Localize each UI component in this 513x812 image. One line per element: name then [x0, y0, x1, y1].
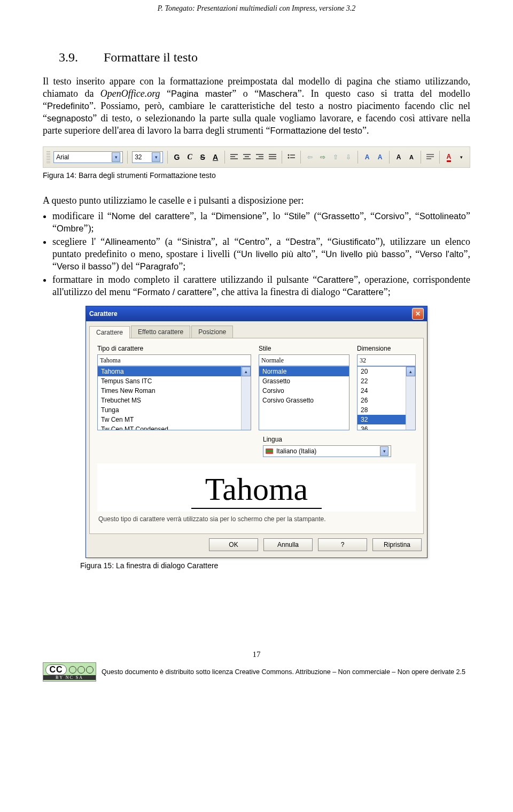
cancel-button[interactable]: Annulla — [263, 538, 313, 551]
toolbar-grip[interactable] — [46, 151, 50, 163]
align-left-icon[interactable] — [229, 152, 239, 163]
underline-button[interactable]: A — [211, 152, 220, 163]
term: Destra — [290, 237, 316, 246]
paragraph-icon[interactable] — [425, 152, 435, 163]
separator — [389, 151, 390, 164]
close-icon[interactable]: ✕ — [412, 308, 424, 320]
footer-text: Questo documento è distribuito sotto lic… — [102, 668, 465, 676]
list-item[interactable]: Tunga — [98, 405, 251, 415]
dropdown-arrow-icon[interactable]: ▾ — [112, 152, 120, 162]
intro-2: A questo punto utilizziamo le caselle e … — [43, 195, 470, 207]
list-item[interactable]: Tahoma — [98, 367, 251, 376]
list-item[interactable]: Times New Roman — [98, 386, 251, 396]
align-center-icon[interactable] — [242, 152, 252, 163]
text: modificare il “ — [52, 211, 112, 221]
font-type-label: Tipo di carattere — [97, 345, 251, 352]
dialog-buttons: OK Annulla ? Ripristina — [86, 534, 427, 558]
page-number: 17 — [43, 650, 470, 659]
bullet-list-icon[interactable] — [286, 152, 296, 163]
font-type-input[interactable] — [97, 354, 251, 366]
tab-effetto[interactable]: Effetto carattere — [131, 326, 190, 338]
list-item[interactable]: Trebuchet MS — [98, 396, 251, 405]
character-icon-alt[interactable]: A — [375, 152, 385, 163]
dropdown-arrow-icon[interactable]: ▾ — [152, 152, 160, 162]
help-button[interactable]: ? — [318, 538, 367, 551]
term: Carattere — [317, 275, 354, 284]
font-name-combo[interactable]: Arial ▾ — [53, 151, 123, 163]
text: formattare in modo completo il carattere… — [52, 274, 317, 285]
preview-text: Tahoma — [191, 471, 322, 509]
text: ”); — [83, 223, 94, 234]
text: ”, “ — [311, 249, 325, 259]
term: Verso il basso — [57, 261, 112, 271]
dialog-titlebar[interactable]: Carattere ✕ — [86, 306, 427, 321]
ok-button[interactable]: OK — [209, 538, 258, 551]
reset-button[interactable]: Ripristina — [372, 538, 422, 551]
font-color-icon[interactable]: A — [444, 152, 454, 163]
font-type-list[interactable]: Tahoma Tempus Sans ITC Times New Roman T… — [97, 366, 251, 430]
promote-left-icon[interactable]: ⇦ — [305, 152, 315, 163]
list-item: modificare il “Nome del carattere”, la “… — [52, 210, 470, 235]
move-up-icon[interactable]: ⇧ — [331, 152, 340, 163]
term: segnaposto — [47, 113, 92, 123]
page-header: P. Tonegato: Presentazioni multimediali … — [43, 0, 470, 13]
italic-button[interactable]: C — [185, 152, 195, 163]
text: ”, “ — [405, 211, 419, 221]
tab-posizione[interactable]: Posizione — [191, 326, 233, 338]
term: Maschera — [259, 89, 297, 98]
font-style-list[interactable]: Normale Grassetto Corsivo Corsivo Grasse… — [259, 366, 349, 430]
font-size-list[interactable]: 20 22 24 26 28 32 36 ▴ — [357, 366, 416, 430]
term: Ombre — [57, 223, 83, 233]
list-item: scegliere l' “Allineamento” (a “Sinistra… — [52, 236, 470, 273]
list-item[interactable]: Normale — [259, 367, 349, 376]
term: Dimensione — [215, 211, 262, 221]
term: Un livello più alto — [241, 249, 311, 259]
list-item[interactable]: Grassetto — [259, 376, 349, 386]
term: Formattazione del testo — [270, 126, 362, 135]
term: Allineamento — [105, 237, 156, 246]
text: ”, “ — [316, 236, 332, 247]
list-item[interactable]: Tw Cen MT — [98, 415, 251, 424]
font-style-input[interactable] — [259, 354, 349, 366]
list-item[interactable]: Tw Cen MT Condensed — [98, 424, 251, 430]
list-item[interactable]: Tempus Sans ITC — [98, 376, 251, 386]
scrollbar[interactable]: ▴ — [241, 367, 251, 430]
dialog-title: Carattere — [89, 310, 118, 318]
move-down-icon[interactable]: ⇩ — [344, 152, 353, 163]
scrollbar[interactable]: ▴ — [406, 367, 415, 430]
cc-license-badge: CC BY NC SA — [43, 662, 96, 682]
shrink-font-icon[interactable]: A — [407, 152, 416, 163]
dropdown-arrow-icon[interactable]: ▾ — [457, 152, 467, 163]
demote-right-icon[interactable]: ⇨ — [318, 152, 328, 163]
text-formatting-toolbar: Arial ▾ 32 ▾ G C S A ⇦ ⇨ ⇧ ⇩ A A A A A — [43, 146, 470, 168]
font-size-combo[interactable]: 32 ▾ — [132, 151, 163, 163]
term: Carattere — [347, 287, 384, 297]
list-item[interactable]: Corsivo — [259, 386, 349, 396]
cc-codes: BY NC SA — [43, 675, 96, 680]
spellcheck-icon — [266, 448, 273, 454]
align-justify-icon[interactable] — [268, 152, 277, 163]
character-icon[interactable]: A — [362, 152, 372, 163]
tab-carattere[interactable]: Carattere — [89, 326, 130, 338]
term: Un livello più basso — [325, 249, 405, 259]
term: Pagina master — [171, 89, 232, 98]
list-item[interactable]: Corsivo Grassetto — [259, 396, 349, 405]
page-footer: CC BY NC SA Questo documento è distribui… — [43, 662, 470, 690]
font-name-value: Arial — [56, 153, 110, 161]
font-size-input[interactable] — [357, 354, 416, 366]
dropdown-arrow-icon[interactable]: ▾ — [380, 446, 388, 456]
language-combo[interactable]: Italiano (Italia) ▾ — [263, 445, 391, 457]
text: ”, la “ — [190, 211, 215, 221]
figure-14-caption: Figura 14: Barra degli strumenti Formatt… — [43, 171, 470, 180]
bullet-list: modificare il “Nome del carattere”, la “… — [43, 210, 470, 298]
bold-button[interactable]: G — [172, 152, 182, 163]
text: ”; — [384, 287, 391, 297]
align-right-icon[interactable] — [255, 152, 265, 163]
separator — [300, 151, 301, 164]
strike-button[interactable]: S — [198, 152, 207, 163]
term: Sottolineato — [419, 211, 466, 221]
grow-font-icon[interactable]: A — [394, 152, 403, 163]
term: Giustificato — [332, 237, 376, 246]
text: ”, “ — [360, 211, 375, 221]
separator — [421, 151, 421, 164]
